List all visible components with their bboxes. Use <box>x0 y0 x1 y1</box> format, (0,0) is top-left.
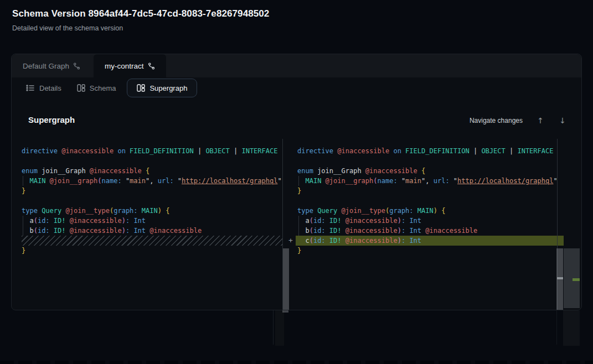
editor-overflow-divider <box>556 310 557 345</box>
code-token: | <box>553 147 556 155</box>
code-token <box>50 217 54 225</box>
code-line: b(id: ID! @inaccessible): Int @inaccessi… <box>22 226 282 236</box>
diff-insert-indicator: + <box>286 236 296 246</box>
code-token: @inaccessible <box>70 217 122 225</box>
code-token: type <box>297 207 313 215</box>
code-token: | <box>470 147 482 155</box>
code-token: " <box>174 177 182 185</box>
code-token: @inaccessible <box>61 147 114 155</box>
code-line: MAIN @join__graph(name: "main", url: "ht… <box>297 176 556 186</box>
code-token <box>342 227 346 235</box>
code-token: ( <box>34 227 38 235</box>
code-line <box>22 156 282 166</box>
code-token: MAIN <box>142 207 158 215</box>
code-token <box>342 217 346 225</box>
indent-guide <box>23 216 23 236</box>
code-token <box>138 207 142 215</box>
subtab-schema[interactable]: Schema <box>73 79 121 97</box>
code-token: } <box>297 187 301 195</box>
code-token: { <box>166 207 169 215</box>
code-line: } <box>297 186 556 196</box>
subtab-label: Schema <box>90 84 116 92</box>
code-token: ", <box>421 177 434 185</box>
supergraph-heading: Supergraph <box>28 115 75 124</box>
code-token <box>61 207 65 215</box>
code-token: enum <box>22 167 38 175</box>
code-token: | <box>277 147 282 155</box>
tab-label: Default Graph <box>23 62 69 70</box>
code-token: " <box>450 177 457 185</box>
code-token: " <box>122 177 130 185</box>
code-token: main <box>130 177 146 185</box>
right-scrollbar-thumb[interactable] <box>556 248 563 310</box>
code-line <box>297 196 556 206</box>
code-token: Query <box>317 207 337 215</box>
code-token: ID! <box>329 217 342 225</box>
code-token: ID! <box>54 217 66 225</box>
code-token: @inaccessible <box>337 147 389 155</box>
schema-url-link[interactable]: http://localhost/graphql <box>182 177 277 185</box>
left-scrollbar-thumb[interactable] <box>283 248 289 310</box>
next-change-button[interactable]: ↓ <box>558 116 567 125</box>
code-token: Int <box>409 227 421 235</box>
code-token: @inaccessible <box>346 237 398 245</box>
code-token: INTERFACE <box>241 147 277 155</box>
indent-guide <box>23 176 23 186</box>
code-token: @inaccessible <box>346 227 398 235</box>
schema-version-page: Schema Version 8964af44-7dc5-47cd-8083-7… <box>0 0 593 364</box>
code-token: | <box>506 147 518 155</box>
subtab-supergraph[interactable]: Supergraph <box>127 79 197 97</box>
code-token: @inaccessible <box>70 227 122 235</box>
diff-pane-original[interactable]: directive @inaccessible on FIELD_DEFINIT… <box>22 146 282 256</box>
split-panels-icon <box>137 84 145 92</box>
code-token <box>142 167 146 175</box>
code-token <box>66 227 70 235</box>
code-token: ( <box>310 217 313 225</box>
code-token: directive <box>297 147 333 155</box>
code-line: } <box>22 246 282 256</box>
code-token: FIELD_DEFINITION <box>130 147 194 155</box>
code-token: OBJECT <box>205 147 229 155</box>
code-token: MAIN <box>305 177 321 185</box>
code-token: on <box>117 147 125 155</box>
schema-version-card: Default Graphmy-contract DetailsSchemaSu… <box>11 54 582 310</box>
code-token: ( <box>97 177 101 185</box>
code-line: a(id: ID! @inaccessible): Int <box>297 216 556 226</box>
code-token: ( <box>310 227 313 235</box>
code-line: a(id: ID! @inaccessible): Int <box>22 216 282 226</box>
tab-my-contract[interactable]: my-contract <box>94 54 166 77</box>
code-token: ) <box>434 207 437 215</box>
code-token: " <box>277 177 281 185</box>
diff-pane-modified[interactable]: directive @inaccessible on FIELD_DEFINIT… <box>297 146 556 256</box>
subtab-label: Details <box>39 84 61 92</box>
subtab-details[interactable]: Details <box>22 79 66 97</box>
code-token: @join__type <box>342 207 385 215</box>
code-token: id: <box>313 237 326 245</box>
code-token <box>326 217 329 225</box>
tab-default-graph[interactable]: Default Graph <box>12 54 91 77</box>
bottom-crop-dashes <box>0 361 593 364</box>
code-line: type Query @join__type(graph: MAIN) { <box>297 206 556 216</box>
code-token: ) <box>122 217 126 225</box>
code-token: } <box>22 187 25 195</box>
code-token: ID! <box>54 227 66 235</box>
code-token: Int <box>133 217 146 225</box>
code-token <box>326 237 329 245</box>
schema-url-link[interactable]: http://localhost/graphql <box>457 177 553 185</box>
code-token: | <box>230 147 242 155</box>
code-token: id: <box>313 217 326 225</box>
tab-label: my-contract <box>105 62 144 70</box>
code-token: name: <box>102 177 122 185</box>
code-token: id: <box>313 227 326 235</box>
code-line <box>297 156 556 166</box>
code-token: @inaccessible <box>90 167 142 175</box>
code-token: join__Graph <box>38 167 90 175</box>
diff-editor[interactable]: + directive @inaccessible on FIELD_DEFIN… <box>12 139 582 310</box>
code-token: MAIN <box>29 177 45 185</box>
previous-change-button[interactable]: ↑ <box>536 116 545 125</box>
code-token: Int <box>133 227 146 235</box>
code-token: a <box>297 217 310 225</box>
code-token: " <box>398 177 405 185</box>
code-token: ( <box>34 217 38 225</box>
code-token: ) <box>398 237 401 245</box>
